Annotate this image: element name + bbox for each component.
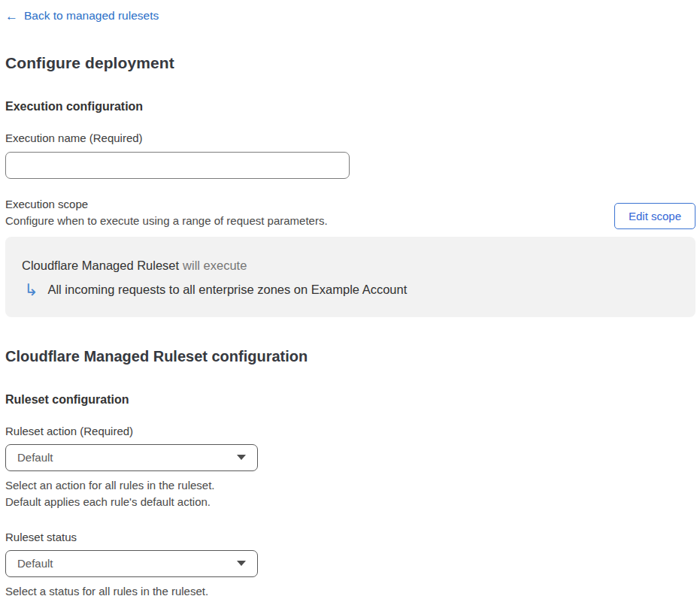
ruleset-status-help-line: Select a status for all rules in the rul… — [5, 583, 695, 596]
ruleset-status-help: Select a status for all rules in the rul… — [5, 583, 695, 596]
ruleset-status-label: Ruleset status — [5, 531, 695, 543]
ruleset-action-help-line-2: Default applies each rule's default acti… — [5, 494, 695, 510]
ruleset-name-text: Cloudflare Managed Ruleset — [22, 259, 179, 272]
ruleset-status-selected-value: Default — [17, 557, 53, 570]
scope-preview-headline: Cloudflare Managed Rulesetwill execute — [22, 259, 679, 273]
back-to-managed-rulesets-link[interactable]: ← Back to managed rulesets — [5, 9, 159, 23]
ruleset-status-select[interactable]: Default — [5, 550, 258, 577]
execution-scope-row: Execution scope Configure when to execut… — [5, 198, 695, 229]
edit-scope-button[interactable]: Edit scope — [614, 203, 695, 229]
ruleset-action-label: Ruleset action (Required) — [5, 425, 695, 437]
return-arrow-icon: ↳ — [24, 283, 38, 298]
ruleset-configuration-heading: Ruleset configuration — [5, 393, 695, 407]
ruleset-action-selected-value: Default — [17, 451, 53, 464]
back-arrow-icon: ← — [5, 10, 18, 23]
ruleset-action-help: Select an action for all rules in the ru… — [5, 477, 695, 510]
execution-name-input[interactable] — [5, 152, 350, 179]
execution-configuration-heading: Execution configuration — [5, 100, 695, 113]
configure-deployment-page: ← Back to managed rulesets Configure dep… — [0, 0, 700, 596]
scope-preview-detail: ↳ All incoming requests to all enterpris… — [22, 283, 679, 298]
ruleset-action-select[interactable]: Default — [5, 444, 258, 471]
ruleset-action-help-line-1: Select an action for all rules in the ru… — [5, 477, 695, 494]
page-title: Configure deployment — [5, 54, 695, 72]
scope-preview-panel: Cloudflare Managed Rulesetwill execute ↳… — [5, 237, 695, 317]
scope-preview-scope-text: All incoming requests to all enterprise … — [47, 283, 407, 297]
execution-scope-label: Execution scope — [5, 198, 328, 210]
execution-scope-description: Configure when to execute using a range … — [5, 214, 328, 227]
ruleset-configuration-page-title: Cloudflare Managed Ruleset configuration — [5, 348, 695, 365]
back-link-label: Back to managed rulesets — [24, 9, 159, 23]
execution-name-label: Execution name (Required) — [5, 132, 695, 144]
dropdown-caret-icon — [237, 455, 246, 460]
execution-scope-text: Execution scope Configure when to execut… — [5, 198, 328, 227]
will-execute-text: will execute — [183, 259, 247, 272]
dropdown-caret-icon — [237, 561, 246, 566]
